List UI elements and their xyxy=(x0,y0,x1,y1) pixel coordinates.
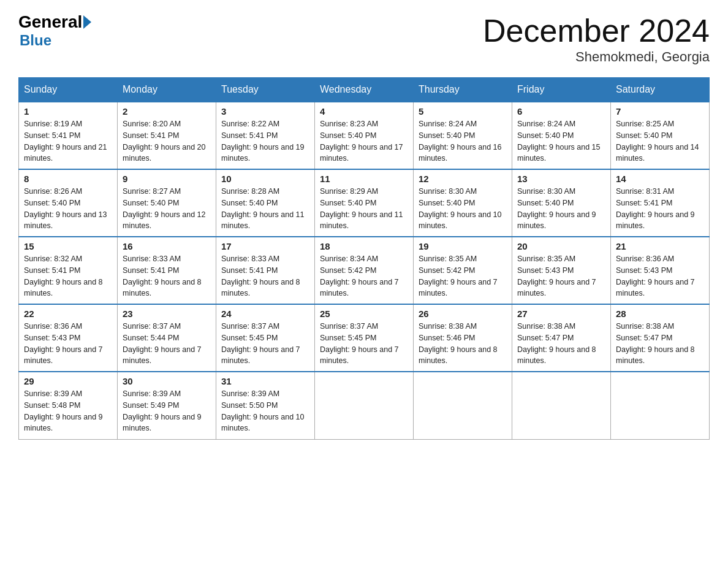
col-friday: Friday xyxy=(512,78,611,102)
location-title: Shemokmedi, Georgia xyxy=(483,49,710,65)
day-info: Sunrise: 8:39 AMSunset: 5:48 PMDaylight:… xyxy=(24,389,103,432)
calendar-day-cell: 15 Sunrise: 8:32 AMSunset: 5:41 PMDaylig… xyxy=(19,237,118,304)
calendar-day-cell: 22 Sunrise: 8:36 AMSunset: 5:43 PMDaylig… xyxy=(19,304,118,372)
day-info: Sunrise: 8:38 AMSunset: 5:47 PMDaylight:… xyxy=(616,322,695,365)
calendar-day-cell: 18 Sunrise: 8:34 AMSunset: 5:42 PMDaylig… xyxy=(315,237,414,304)
day-number: 23 xyxy=(123,308,211,319)
day-number: 24 xyxy=(221,308,309,319)
calendar-week-row: 15 Sunrise: 8:32 AMSunset: 5:41 PMDaylig… xyxy=(19,237,710,304)
day-number: 8 xyxy=(24,174,112,184)
calendar-day-cell: 13 Sunrise: 8:30 AMSunset: 5:40 PMDaylig… xyxy=(512,169,611,237)
day-info: Sunrise: 8:32 AMSunset: 5:41 PMDaylight:… xyxy=(24,255,103,297)
day-number: 15 xyxy=(24,241,112,251)
day-number: 18 xyxy=(320,241,408,251)
day-number: 14 xyxy=(616,174,704,184)
day-info: Sunrise: 8:37 AMSunset: 5:45 PMDaylight:… xyxy=(221,322,300,365)
calendar-day-cell: 21 Sunrise: 8:36 AMSunset: 5:43 PMDaylig… xyxy=(611,237,710,304)
day-number: 17 xyxy=(221,241,309,251)
day-info: Sunrise: 8:37 AMSunset: 5:45 PMDaylight:… xyxy=(320,322,399,365)
day-info: Sunrise: 8:34 AMSunset: 5:42 PMDaylight:… xyxy=(320,255,399,297)
day-info: Sunrise: 8:39 AMSunset: 5:50 PMDaylight:… xyxy=(221,389,305,432)
day-info: Sunrise: 8:38 AMSunset: 5:46 PMDaylight:… xyxy=(419,322,498,365)
day-info: Sunrise: 8:30 AMSunset: 5:40 PMDaylight:… xyxy=(517,187,596,230)
calendar-day-cell xyxy=(512,372,611,439)
day-info: Sunrise: 8:36 AMSunset: 5:43 PMDaylight:… xyxy=(24,322,103,365)
calendar-day-cell: 2 Sunrise: 8:20 AMSunset: 5:41 PMDayligh… xyxy=(118,102,216,169)
day-number: 1 xyxy=(24,106,112,117)
day-info: Sunrise: 8:23 AMSunset: 5:40 PMDaylight:… xyxy=(320,120,403,163)
day-number: 5 xyxy=(419,106,507,117)
calendar-week-row: 29 Sunrise: 8:39 AMSunset: 5:48 PMDaylig… xyxy=(19,372,710,439)
calendar-day-cell: 6 Sunrise: 8:24 AMSunset: 5:40 PMDayligh… xyxy=(512,102,611,169)
day-number: 27 xyxy=(517,308,605,319)
day-info: Sunrise: 8:29 AMSunset: 5:40 PMDaylight:… xyxy=(320,187,403,230)
calendar-day-cell: 3 Sunrise: 8:22 AMSunset: 5:41 PMDayligh… xyxy=(216,102,315,169)
day-info: Sunrise: 8:38 AMSunset: 5:47 PMDaylight:… xyxy=(517,322,596,365)
calendar-day-cell: 10 Sunrise: 8:28 AMSunset: 5:40 PMDaylig… xyxy=(216,169,315,237)
day-number: 28 xyxy=(616,308,704,319)
logo-general: General xyxy=(18,12,82,32)
calendar-day-cell: 17 Sunrise: 8:33 AMSunset: 5:41 PMDaylig… xyxy=(216,237,315,304)
day-info: Sunrise: 8:31 AMSunset: 5:41 PMDaylight:… xyxy=(616,187,695,230)
day-number: 13 xyxy=(517,174,605,184)
day-number: 11 xyxy=(320,174,408,184)
calendar-day-cell: 29 Sunrise: 8:39 AMSunset: 5:48 PMDaylig… xyxy=(19,372,118,439)
day-number: 12 xyxy=(419,174,507,184)
calendar-day-cell: 8 Sunrise: 8:26 AMSunset: 5:40 PMDayligh… xyxy=(19,169,118,237)
day-info: Sunrise: 8:20 AMSunset: 5:41 PMDaylight:… xyxy=(123,120,206,163)
day-number: 3 xyxy=(221,106,309,117)
day-info: Sunrise: 8:26 AMSunset: 5:40 PMDaylight:… xyxy=(24,187,107,230)
day-info: Sunrise: 8:27 AMSunset: 5:40 PMDaylight:… xyxy=(123,187,206,230)
calendar-day-cell: 14 Sunrise: 8:31 AMSunset: 5:41 PMDaylig… xyxy=(611,169,710,237)
col-sunday: Sunday xyxy=(19,78,118,102)
calendar-day-cell: 26 Sunrise: 8:38 AMSunset: 5:46 PMDaylig… xyxy=(414,304,512,372)
day-info: Sunrise: 8:36 AMSunset: 5:43 PMDaylight:… xyxy=(616,255,695,297)
calendar-day-cell xyxy=(611,372,710,439)
logo: General Blue xyxy=(18,12,93,49)
day-info: Sunrise: 8:33 AMSunset: 5:41 PMDaylight:… xyxy=(221,255,300,297)
calendar-day-cell: 4 Sunrise: 8:23 AMSunset: 5:40 PMDayligh… xyxy=(315,102,414,169)
day-number: 9 xyxy=(123,174,211,184)
col-saturday: Saturday xyxy=(611,78,710,102)
day-number: 10 xyxy=(221,174,309,184)
calendar-day-cell: 31 Sunrise: 8:39 AMSunset: 5:50 PMDaylig… xyxy=(216,372,315,439)
col-thursday: Thursday xyxy=(414,78,512,102)
calendar-day-cell: 20 Sunrise: 8:35 AMSunset: 5:43 PMDaylig… xyxy=(512,237,611,304)
day-number: 31 xyxy=(221,376,309,386)
day-info: Sunrise: 8:37 AMSunset: 5:44 PMDaylight:… xyxy=(123,322,202,365)
day-number: 29 xyxy=(24,376,112,386)
calendar-week-row: 1 Sunrise: 8:19 AMSunset: 5:41 PMDayligh… xyxy=(19,102,710,169)
calendar-week-row: 8 Sunrise: 8:26 AMSunset: 5:40 PMDayligh… xyxy=(19,169,710,237)
calendar-day-cell: 30 Sunrise: 8:39 AMSunset: 5:49 PMDaylig… xyxy=(118,372,216,439)
day-number: 30 xyxy=(123,376,211,386)
calendar-day-cell: 5 Sunrise: 8:24 AMSunset: 5:40 PMDayligh… xyxy=(414,102,512,169)
day-number: 16 xyxy=(123,241,211,251)
day-info: Sunrise: 8:24 AMSunset: 5:40 PMDaylight:… xyxy=(517,120,601,163)
title-area: December 2024 Shemokmedi, Georgia xyxy=(483,12,710,65)
day-info: Sunrise: 8:33 AMSunset: 5:41 PMDaylight:… xyxy=(123,255,202,297)
month-title: December 2024 xyxy=(483,12,710,49)
day-info: Sunrise: 8:24 AMSunset: 5:40 PMDaylight:… xyxy=(419,120,502,163)
calendar-day-cell: 24 Sunrise: 8:37 AMSunset: 5:45 PMDaylig… xyxy=(216,304,315,372)
day-number: 21 xyxy=(616,241,704,251)
day-number: 7 xyxy=(616,106,704,117)
day-info: Sunrise: 8:25 AMSunset: 5:40 PMDaylight:… xyxy=(616,120,699,163)
day-number: 2 xyxy=(123,106,211,117)
day-info: Sunrise: 8:39 AMSunset: 5:49 PMDaylight:… xyxy=(123,389,202,432)
day-info: Sunrise: 8:22 AMSunset: 5:41 PMDaylight:… xyxy=(221,120,305,163)
calendar-day-cell: 9 Sunrise: 8:27 AMSunset: 5:40 PMDayligh… xyxy=(118,169,216,237)
logo-blue: Blue xyxy=(20,32,51,49)
calendar-day-cell: 25 Sunrise: 8:37 AMSunset: 5:45 PMDaylig… xyxy=(315,304,414,372)
calendar-day-cell: 12 Sunrise: 8:30 AMSunset: 5:40 PMDaylig… xyxy=(414,169,512,237)
calendar-day-cell: 16 Sunrise: 8:33 AMSunset: 5:41 PMDaylig… xyxy=(118,237,216,304)
col-wednesday: Wednesday xyxy=(315,78,414,102)
page-header: General Blue December 2024 Shemokmedi, G… xyxy=(18,12,710,65)
calendar-day-cell: 11 Sunrise: 8:29 AMSunset: 5:40 PMDaylig… xyxy=(315,169,414,237)
day-info: Sunrise: 8:30 AMSunset: 5:40 PMDaylight:… xyxy=(419,187,502,230)
day-info: Sunrise: 8:19 AMSunset: 5:41 PMDaylight:… xyxy=(24,120,107,163)
day-number: 20 xyxy=(517,241,605,251)
calendar-week-row: 22 Sunrise: 8:36 AMSunset: 5:43 PMDaylig… xyxy=(19,304,710,372)
col-monday: Monday xyxy=(118,78,216,102)
calendar-table: Sunday Monday Tuesday Wednesday Thursday… xyxy=(18,77,710,440)
calendar-day-cell: 19 Sunrise: 8:35 AMSunset: 5:42 PMDaylig… xyxy=(414,237,512,304)
